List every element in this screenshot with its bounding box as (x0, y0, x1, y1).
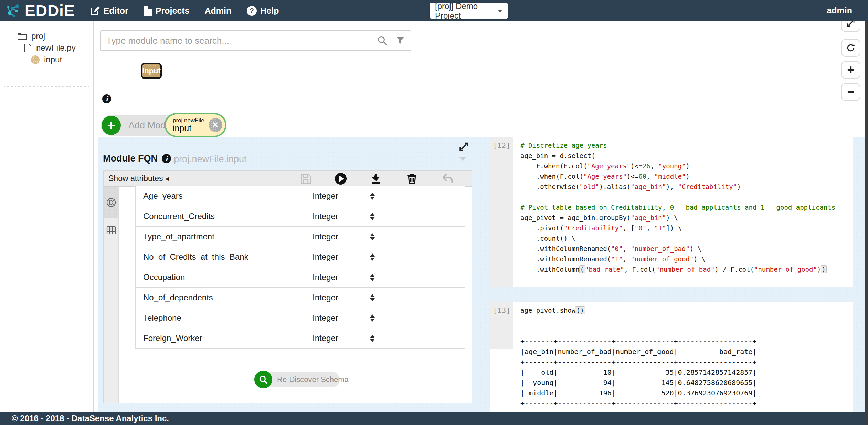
show-attributes-toggle[interactable]: Show attributes ◂ (108, 174, 169, 183)
info-icon[interactable]: i (102, 94, 111, 103)
tab-data-preview[interactable] (104, 218, 119, 242)
tree-item-proj[interactable]: proj (0, 30, 93, 42)
download-icon[interactable] (369, 172, 383, 186)
stepper-arrows-icon[interactable] (370, 274, 375, 281)
editor-pencil-icon (90, 6, 100, 16)
attribute-row: Age_yearsInteger (135, 186, 465, 206)
svg-text:?: ? (250, 7, 254, 14)
stepper-arrows-icon[interactable] (370, 294, 375, 301)
copyright-text: © 2016 - 2018 - DataSense Analytics Inc. (12, 414, 169, 423)
attribute-row: TelephoneInteger (135, 308, 465, 328)
nav-item-admin[interactable]: Admin (204, 6, 231, 16)
zoom-out-button[interactable]: − (841, 83, 860, 101)
attribute-type-select[interactable]: Integer (300, 288, 465, 308)
graph-node-input[interactable]: input (141, 63, 162, 79)
search-icon (254, 371, 272, 388)
table-icon (106, 225, 116, 236)
project-selector[interactable]: [proj] Demo Project (430, 3, 508, 19)
save-icon[interactable] (298, 172, 313, 186)
search-input[interactable] (106, 35, 377, 46)
close-icon[interactable]: ✕ (209, 118, 222, 132)
module-card: Show attributes ◂ (103, 170, 472, 403)
cell-output: +-------+-------------+--------------+--… (520, 336, 756, 408)
footer: © 2016 - 2018 - DataSense Analytics Inc. (0, 412, 868, 425)
user-menu[interactable]: admin (827, 6, 852, 15)
plus-icon: + (102, 116, 121, 135)
cell-index: [12] (490, 137, 513, 287)
stepper-arrows-icon[interactable] (370, 213, 375, 220)
run-icon[interactable] (334, 172, 348, 186)
chevron-down-icon[interactable] (459, 157, 466, 161)
rediscover-schema-button[interactable]: Re-Discover Schema (254, 371, 349, 388)
attribute-name: No_of_Credits_at_this_Bank (136, 247, 300, 267)
attribute-name: Foreign_Worker (136, 328, 300, 348)
attribute-type-select[interactable]: Integer (300, 186, 465, 206)
indent-guide (523, 223, 523, 274)
filter-funnel-icon[interactable] (395, 35, 405, 46)
chevron-down-icon (498, 10, 502, 12)
attribute-type-select[interactable]: Integer (300, 328, 465, 348)
module-fqn-select[interactable]: proj.newFile.input (174, 154, 467, 167)
notebook-cell[interactable]: [13] age_pivot.show() +-------+---------… (490, 302, 853, 412)
indent-guide (523, 161, 523, 192)
code-editor[interactable]: # Discretize age yearsage_bin = d.select… (520, 140, 849, 274)
code-editor[interactable]: age_pivot.show() (520, 305, 849, 315)
nav-item-editor[interactable]: Editor (90, 6, 128, 16)
help-icon: ? (246, 6, 257, 16)
life-ring-icon (106, 197, 116, 208)
module-tag-input[interactable]: proj.newFile input ✕ (165, 113, 226, 137)
attribute-name: Concurrent_Credits (136, 206, 300, 226)
stepper-arrows-icon[interactable] (370, 233, 375, 240)
attribute-type-select[interactable]: Integer (300, 308, 465, 328)
module-fqn-label: Module FQN i (103, 153, 171, 164)
file-tree: proj newFile.py input (0, 21, 93, 412)
module-search-bar (100, 30, 411, 51)
refresh-icon (846, 43, 856, 53)
module-dot-icon (31, 55, 40, 64)
search-icon[interactable] (377, 35, 388, 46)
attribute-row: Type_of_apartmentInteger (135, 226, 465, 247)
stepper-arrows-icon[interactable] (370, 314, 375, 322)
expand-icon[interactable] (458, 141, 470, 153)
attribute-type-select[interactable]: Integer (300, 206, 465, 226)
attribute-type-select[interactable]: Integer (300, 227, 465, 247)
undo-icon[interactable] (440, 172, 455, 186)
attribute-row: No_of_dependentsInteger (135, 287, 465, 308)
trash-icon[interactable] (405, 172, 419, 186)
file-icon (24, 43, 32, 53)
attribute-row: OccupationInteger (135, 267, 465, 288)
eddie-logo-icon (6, 3, 21, 19)
projects-file-icon (144, 5, 152, 16)
canvas-refresh-button[interactable] (841, 39, 860, 57)
stepper-arrows-icon[interactable] (370, 193, 375, 200)
attribute-row: Foreign_WorkerInteger (135, 328, 465, 349)
attribute-name: No_of_dependents (136, 288, 300, 308)
notebook-cell[interactable]: [12] # Discretize age yearsage_bin = d.s… (490, 137, 853, 287)
module-tabstrip (104, 187, 119, 403)
attribute-name: Telephone (136, 308, 300, 328)
attribute-row: No_of_Credits_at_this_BankInteger (135, 247, 465, 267)
app-logo: EDDiE (25, 1, 75, 20)
nav-item-projects[interactable]: Projects (144, 5, 190, 16)
stepper-arrows-icon[interactable] (370, 253, 375, 261)
attribute-type-select[interactable]: Integer (300, 267, 465, 287)
nav-item-help[interactable]: ? Help (246, 6, 279, 16)
attribute-name: Age_years (136, 186, 300, 206)
attribute-type-select[interactable]: Integer (300, 247, 465, 267)
attribute-row: Concurrent_CreditsInteger (135, 206, 465, 227)
zoom-in-button[interactable]: + (841, 61, 860, 79)
info-icon[interactable]: i (162, 154, 171, 163)
tree-item-input[interactable]: input (0, 54, 93, 65)
cell-index: [13] (490, 302, 513, 349)
module-tag-qualifier: proj.newFile (173, 117, 204, 124)
folder-icon (17, 32, 27, 40)
attribute-name: Occupation (136, 267, 300, 287)
attribute-name: Type_of_apartment (136, 227, 300, 247)
tree-item-newfile[interactable]: newFile.py (0, 42, 93, 54)
window-scrollbar[interactable] (865, 21, 868, 425)
module-tag-name: input (173, 124, 204, 133)
attributes-table: Age_yearsIntegerConcurrent_CreditsIntege… (135, 186, 465, 349)
stepper-arrows-icon[interactable] (370, 335, 375, 342)
navbar: EDDiE Editor Projects Admin ? Help (0, 0, 868, 21)
tab-schema[interactable] (104, 187, 119, 218)
